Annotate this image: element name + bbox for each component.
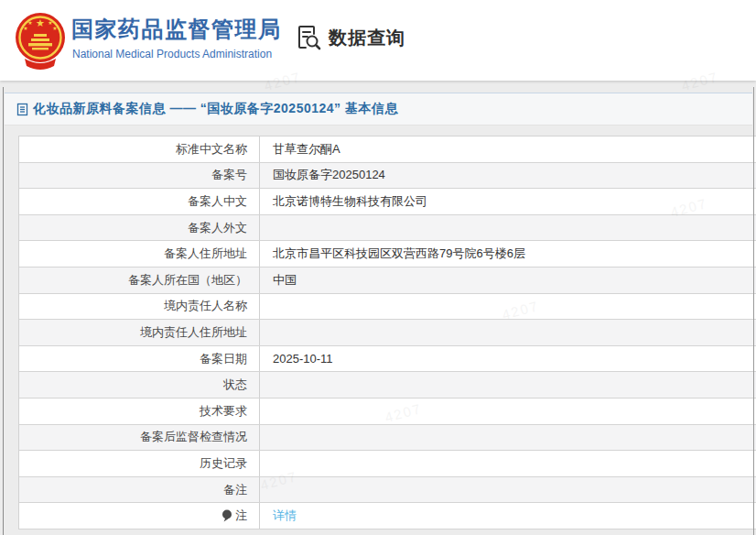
national-emblem-icon: ★ ★ ★ ★ ★ bbox=[14, 9, 67, 71]
row-value: 详情 bbox=[260, 503, 756, 529]
table-row: 标准中文名称 甘草查尔酮A bbox=[19, 136, 756, 163]
row-label: 备案人所在国（地区） bbox=[19, 268, 260, 293]
row-value: 北京市昌平区科技园区双营西路79号院6号楼6层 bbox=[260, 241, 756, 267]
row-value: 中国 bbox=[260, 268, 756, 293]
row-label: 历史记录 bbox=[19, 451, 260, 476]
page-title: 化妆品新原料备案信息 —— “国妆原备字20250124” 基本信息 bbox=[33, 101, 398, 117]
basic-info-table: 标准中文名称 甘草查尔酮A 备案号 国妆原备字20250124 备案人中文 bbox=[18, 136, 756, 530]
table-row: 备案号 国妆原备字20250124 bbox=[19, 163, 756, 190]
row-value: 甘草查尔酮A bbox=[260, 136, 756, 162]
data-query-label: 数据查询 bbox=[329, 26, 405, 50]
svg-text:★: ★ bbox=[23, 26, 27, 31]
balloon-icon bbox=[221, 509, 232, 523]
table-row: 备案人所在国（地区） 中国 bbox=[19, 268, 756, 294]
right-edge-line bbox=[753, 87, 754, 535]
row-label: 境内责任人住所地址 bbox=[19, 320, 260, 345]
row-value bbox=[260, 425, 756, 451]
data-query-nav[interactable]: 数据查询 bbox=[295, 24, 405, 51]
table-row: 注 详情 bbox=[19, 503, 756, 530]
page: ★ ★ ★ ★ ★ 国家药品监督管理局 National Medical Pro… bbox=[0, 0, 756, 535]
svg-text:★: ★ bbox=[36, 17, 45, 28]
row-label: 备案号 bbox=[19, 163, 260, 189]
data-query-icon bbox=[295, 24, 322, 51]
row-label: 备注 bbox=[19, 477, 260, 503]
row-label: 标准中文名称 bbox=[19, 136, 260, 162]
row-label: 备案后监督检查情况 bbox=[19, 425, 260, 451]
row-label: 境内责任人名称 bbox=[19, 294, 260, 320]
table-row: 境内责任人名称 bbox=[19, 294, 756, 321]
table-row: 备注 bbox=[19, 477, 756, 504]
detail-link[interactable]: 详情 bbox=[273, 508, 297, 524]
row-label: 备案人住所地址 bbox=[19, 241, 260, 267]
row-label: 备案人中文 bbox=[19, 189, 260, 214]
table-row: 备案日期 2025-10-11 bbox=[19, 346, 756, 373]
left-edge-line bbox=[3, 87, 4, 535]
row-value bbox=[260, 215, 756, 241]
row-label: 状态 bbox=[19, 372, 260, 398]
row-value bbox=[260, 372, 756, 398]
row-value: 北京诺博特生物科技有限公司 bbox=[260, 189, 756, 214]
agency-name-en: National Medical Products Administration bbox=[72, 48, 272, 60]
row-label: 备案人外文 bbox=[19, 215, 260, 241]
row-label: 注 bbox=[19, 503, 260, 529]
row-value bbox=[260, 294, 756, 320]
row-value bbox=[260, 320, 756, 345]
site-header: ★ ★ ★ ★ ★ 国家药品监督管理局 National Medical Pro… bbox=[0, 0, 756, 81]
table-row: 历史记录 bbox=[19, 451, 756, 477]
document-icon bbox=[16, 103, 28, 116]
agency-name-cn: 国家药品监督管理局 bbox=[71, 15, 282, 44]
svg-text:★: ★ bbox=[52, 26, 57, 31]
table-row: 备案后监督检查情况 bbox=[19, 425, 756, 452]
row-value bbox=[260, 477, 756, 503]
table-row: 状态 bbox=[19, 372, 756, 399]
table-row: 境内责任人住所地址 bbox=[19, 320, 756, 346]
table-row: 备案人住所地址 北京市昌平区科技园区双营西路79号院6号楼6层 bbox=[19, 241, 756, 268]
row-label: 备案日期 bbox=[19, 346, 260, 372]
table-row: 备案人外文 bbox=[19, 215, 756, 242]
svg-text:★: ★ bbox=[27, 20, 32, 26]
row-value bbox=[260, 399, 756, 424]
title-bar: 化妆品新原料备案信息 —— “国妆原备字20250124” 基本信息 bbox=[5, 93, 752, 126]
table-row: 技术要求 bbox=[19, 399, 756, 425]
row-value bbox=[260, 451, 756, 476]
table-row: 备案人中文 北京诺博特生物科技有限公司 bbox=[19, 189, 756, 215]
row-value: 国妆原备字20250124 bbox=[260, 163, 756, 189]
row-value: 2025-10-11 bbox=[260, 346, 756, 372]
row-label: 技术要求 bbox=[19, 399, 260, 424]
